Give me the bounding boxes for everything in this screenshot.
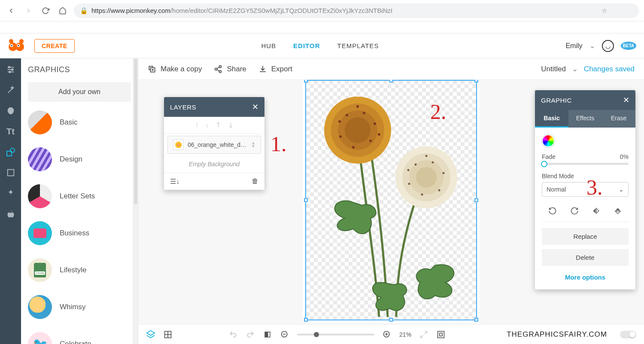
resize-handle[interactable] bbox=[474, 318, 478, 322]
category-celebrate[interactable]: 🐦 Celebrate bbox=[28, 332, 131, 344]
svg-point-36 bbox=[356, 105, 359, 108]
home-button[interactable] bbox=[57, 5, 69, 17]
canvas-selection[interactable] bbox=[305, 80, 477, 320]
canvas-stage[interactable]: LAYERS ✕ ↑ ↓ ⤒ ⤓ 🌼 06_orange_white_dahli… bbox=[138, 80, 644, 324]
more-options-link[interactable]: More options bbox=[542, 270, 629, 283]
bookmark-star-icon[interactable]: ☆ bbox=[601, 7, 607, 15]
category-label: Letter Sets bbox=[60, 192, 95, 201]
picmonkey-logo[interactable] bbox=[8, 37, 25, 55]
blend-mode-select[interactable]: Normal ⌄ bbox=[542, 182, 629, 197]
face-icon[interactable] bbox=[6, 106, 16, 116]
nav-hub[interactable]: HUB bbox=[261, 42, 276, 49]
zoom-out-icon[interactable] bbox=[280, 330, 289, 339]
create-button[interactable]: CREATE bbox=[34, 39, 75, 53]
tab-erase[interactable]: Erase bbox=[602, 110, 635, 128]
move-bottom-icon[interactable]: ⤓ bbox=[228, 121, 234, 129]
celebrate-icon: 🐦 bbox=[28, 332, 52, 344]
make-copy-button[interactable]: Make a copy bbox=[148, 65, 202, 73]
layers-toggle-icon[interactable] bbox=[146, 330, 155, 339]
canvas-graphic[interactable] bbox=[306, 81, 478, 321]
url-bar[interactable]: 🔒 https://www.picmonkey.com/home/editor/… bbox=[74, 3, 639, 18]
zoom-slider[interactable] bbox=[297, 334, 374, 335]
category-label: Celebrate bbox=[60, 340, 91, 344]
expand-icon[interactable] bbox=[419, 330, 428, 339]
add-your-own-button[interactable]: Add your own bbox=[28, 82, 131, 102]
delete-button[interactable]: Delete bbox=[542, 249, 629, 266]
zoom-thumb[interactable] bbox=[314, 332, 319, 337]
trash-icon[interactable]: 🗑 bbox=[252, 177, 258, 186]
resize-handle[interactable] bbox=[474, 198, 478, 202]
close-icon[interactable]: ✕ bbox=[252, 102, 259, 112]
replace-button[interactable]: Replace bbox=[542, 228, 629, 245]
reload-button[interactable] bbox=[39, 5, 52, 17]
resize-handle[interactable] bbox=[304, 198, 308, 202]
chevron-down-icon[interactable]: ⌄ bbox=[572, 64, 578, 73]
flip-vertical-icon[interactable] bbox=[613, 206, 623, 216]
resize-handle[interactable] bbox=[304, 318, 308, 322]
user-name[interactable]: Emily bbox=[565, 42, 582, 50]
move-top-icon[interactable]: ⤒ bbox=[216, 121, 221, 129]
resize-handle[interactable] bbox=[304, 80, 308, 82]
zoom-percent[interactable]: 21% bbox=[399, 331, 411, 338]
redo-icon[interactable] bbox=[246, 330, 255, 339]
view-toggle[interactable] bbox=[620, 331, 636, 338]
tab-basic[interactable]: Basic bbox=[535, 110, 568, 128]
tab-effects[interactable]: Effects bbox=[568, 110, 602, 128]
smile-icon[interactable]: ◡ bbox=[602, 40, 614, 52]
layer-background[interactable]: Empty Background bbox=[164, 155, 264, 173]
sliders-icon[interactable] bbox=[6, 64, 16, 75]
document-name[interactable]: Untitled bbox=[541, 65, 566, 73]
texture-icon[interactable] bbox=[6, 188, 16, 198]
grid-icon[interactable] bbox=[163, 330, 173, 339]
chevron-down-icon[interactable]: ⌄ bbox=[589, 42, 595, 50]
svg-point-13 bbox=[9, 71, 11, 73]
graphic-title: GRAPHIC bbox=[541, 97, 572, 104]
fit-icon[interactable] bbox=[436, 330, 446, 339]
color-picker[interactable] bbox=[542, 134, 555, 147]
panel-scrollbar-track[interactable] bbox=[133, 58, 138, 344]
close-icon[interactable]: ✕ bbox=[623, 95, 630, 105]
layer-stepper[interactable]: ▲▼ bbox=[251, 141, 255, 148]
rotate-cw-icon[interactable] bbox=[570, 206, 579, 216]
share-button[interactable]: Share bbox=[214, 65, 246, 73]
business-icon bbox=[28, 221, 52, 245]
resize-handle[interactable] bbox=[389, 80, 393, 82]
resize-handle[interactable] bbox=[474, 80, 478, 82]
frame-icon[interactable] bbox=[6, 167, 16, 178]
fade-slider[interactable] bbox=[542, 163, 629, 165]
compare-icon[interactable] bbox=[263, 330, 272, 339]
forward-button[interactable] bbox=[22, 5, 34, 17]
category-business[interactable]: Business bbox=[28, 221, 131, 245]
undo-icon[interactable] bbox=[228, 330, 238, 339]
category-basic[interactable]: Basic bbox=[28, 110, 131, 134]
layers-stack-icon[interactable]: ☰↓ bbox=[170, 177, 179, 186]
category-design[interactable]: Design bbox=[28, 147, 131, 171]
slider-thumb[interactable] bbox=[541, 161, 547, 167]
text-icon[interactable]: Tt bbox=[6, 126, 16, 137]
graphic-panel[interactable]: GRAPHIC ✕ Basic Effects Erase 3. Fade 0% bbox=[535, 90, 635, 289]
category-lifestyle[interactable]: COFFEE Lifestyle bbox=[28, 258, 131, 282]
graphics-icon[interactable] bbox=[6, 147, 16, 157]
nav-templates[interactable]: TEMPLATES bbox=[337, 42, 379, 49]
svg-point-49 bbox=[425, 155, 428, 157]
graphic-header: GRAPHIC ✕ bbox=[535, 90, 635, 110]
back-button[interactable] bbox=[5, 5, 17, 17]
move-down-icon[interactable]: ↓ bbox=[205, 121, 209, 129]
move-up-icon[interactable]: ↑ bbox=[195, 121, 198, 129]
svg-point-22 bbox=[219, 70, 222, 73]
apple-icon[interactable] bbox=[6, 209, 16, 219]
rotate-ccw-icon[interactable] bbox=[548, 206, 557, 216]
bottom-bar: 21% THEGRAPHICSFAIRY.COM bbox=[138, 324, 644, 344]
svg-point-29 bbox=[346, 114, 348, 116]
zoom-in-icon[interactable] bbox=[382, 330, 392, 339]
layer-item[interactable]: 🌼 06_orange_white_dahli… ▲▼ bbox=[167, 136, 261, 154]
panel-scrollbar-thumb[interactable] bbox=[134, 58, 137, 204]
resize-handle[interactable] bbox=[389, 318, 393, 322]
wand-icon[interactable] bbox=[6, 85, 16, 95]
export-button[interactable]: Export bbox=[258, 65, 292, 73]
flip-horizontal-icon[interactable] bbox=[591, 206, 601, 216]
category-lettersets[interactable]: Letter Sets bbox=[28, 184, 131, 208]
layers-panel[interactable]: LAYERS ✕ ↑ ↓ ⤒ ⤓ 🌼 06_orange_white_dahli… bbox=[164, 97, 264, 190]
category-whimsy[interactable]: Whimsy bbox=[28, 295, 131, 319]
nav-editor[interactable]: EDITOR bbox=[293, 42, 320, 49]
